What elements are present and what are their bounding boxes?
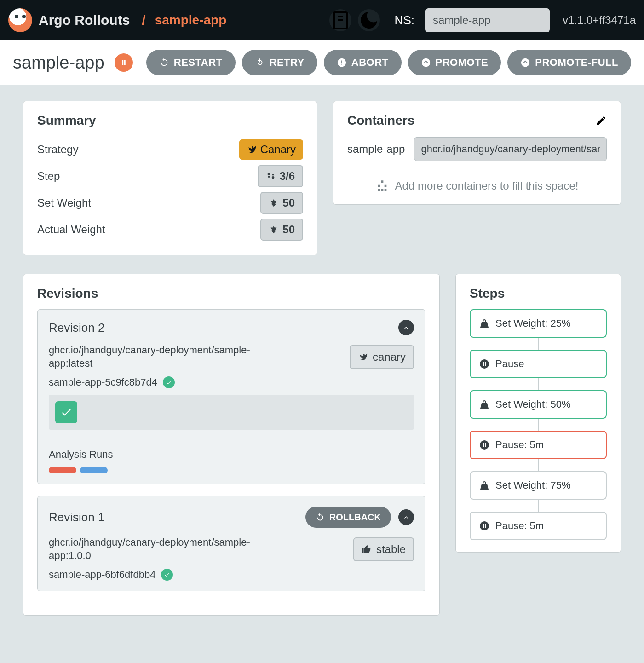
step-item[interactable]: Pause: 5m: [470, 512, 607, 540]
status-ok-icon: [163, 376, 175, 388]
analysis-run-running[interactable]: [80, 467, 108, 473]
edit-containers-button[interactable]: [596, 115, 607, 126]
revision-panel: Revision 1 ROLLBACK ghcr.io/jhandguy/can…: [37, 496, 426, 591]
docs-button[interactable]: [329, 9, 351, 31]
containers-title: Containers: [347, 113, 414, 128]
thumb-icon: [362, 544, 372, 554]
pause-icon: [120, 58, 128, 67]
argo-logo: [8, 8, 32, 32]
pod-strip: [49, 395, 414, 430]
revision-title: Revision 1: [49, 510, 104, 525]
actual-weight-label: Actual Weight: [37, 223, 105, 236]
promote-full-label: PROMOTE-FULL: [535, 57, 618, 69]
strategy-value: Canary: [260, 143, 296, 156]
step-label: Pause: [495, 358, 524, 370]
promote-icon: [421, 58, 431, 68]
svg-rect-4: [124, 60, 125, 65]
abort-button[interactable]: ABORT: [324, 50, 402, 75]
analysis-bars: [49, 467, 414, 473]
restart-button[interactable]: RESTART: [146, 50, 236, 75]
step-label: Pause: 5m: [495, 439, 544, 451]
namespace-input[interactable]: [426, 8, 550, 32]
rollback-button[interactable]: ROLLBACK: [305, 507, 391, 528]
revision-tag-chip: canary: [350, 345, 414, 369]
page-header: sample-app RESTART RETRY ABORT PROMOTE P…: [0, 40, 644, 85]
restart-label: RESTART: [174, 57, 223, 69]
brand-title: Argo Rollouts: [39, 12, 130, 28]
containers-card: Containers sample-app Add more container…: [333, 101, 621, 205]
analysis-runs-title: Analysis Runs: [49, 449, 414, 461]
breadcrumb-separator: /: [142, 12, 145, 28]
book-icon: [329, 9, 351, 31]
weight-icon: [479, 318, 490, 329]
steps-title: Steps: [470, 286, 607, 301]
pause-icon: [479, 439, 490, 450]
theme-toggle[interactable]: [358, 9, 380, 31]
scale-icon: [269, 225, 279, 235]
containers-empty-hint: Add more containers to fill this space!: [347, 179, 607, 192]
analysis-run-failed[interactable]: [49, 467, 76, 473]
actual-weight-value: 50: [282, 223, 295, 236]
steps-icon: [266, 171, 276, 181]
promote-button[interactable]: PROMOTE: [408, 50, 501, 75]
revision-image: ghcr.io/jhandguy/canary-deployment/sampl…: [49, 536, 288, 562]
breadcrumb-app[interactable]: sample-app: [155, 13, 227, 28]
undo-icon: [316, 513, 325, 522]
steps-list: Set Weight: 25%PauseSet Weight: 50%Pause…: [470, 309, 607, 540]
refresh-icon: [159, 58, 169, 68]
containers-hint-text: Add more containers to fill this space!: [395, 179, 579, 192]
revision-tag-chip: stable: [353, 537, 414, 561]
pod-status-ok[interactable]: [55, 401, 77, 423]
status-ok-icon: [161, 569, 173, 581]
retry-icon: [255, 58, 265, 68]
step-label: Step: [37, 170, 60, 183]
step-item[interactable]: Pause: [470, 350, 607, 378]
step-label: Set Weight: 50%: [495, 398, 570, 410]
chevron-up-icon: [402, 513, 410, 521]
revisions-title: Revisions: [37, 286, 426, 301]
step-item[interactable]: Set Weight: 50%: [470, 390, 607, 419]
step-value: 3/6: [280, 170, 295, 183]
retry-button[interactable]: RETRY: [242, 50, 317, 75]
revisions-card: Revisions Revision 2 ghcr.io/jhandguy/ca…: [23, 274, 440, 616]
rollback-label: ROLLBACK: [329, 512, 381, 523]
replicaset-line: sample-app-6bf6dfdbb4: [49, 569, 414, 581]
retry-label: RETRY: [270, 57, 305, 69]
summary-card: Summary Strategy Canary Step 3/6 Set Wei…: [23, 101, 317, 255]
steps-card: Steps Set Weight: 25%PauseSet Weight: 50…: [455, 274, 621, 553]
collapse-button[interactable]: [398, 320, 414, 335]
weight-icon: [479, 480, 490, 491]
replicaset-name: sample-app-6bf6dfdbb4: [49, 569, 155, 581]
revision-tag: canary: [373, 351, 406, 363]
container-image-input[interactable]: [414, 137, 607, 161]
version-text: v1.1.0+ff3471a: [563, 14, 636, 27]
dove-icon: [247, 144, 257, 155]
svg-rect-3: [122, 60, 123, 65]
step-label: Set Weight: 75%: [495, 479, 570, 491]
set-weight-label: Set Weight: [37, 196, 91, 209]
promote-full-button[interactable]: PROMOTE-FULL: [507, 50, 631, 75]
chevron-up-icon: [402, 324, 410, 331]
revision-tag: stable: [376, 543, 406, 556]
step-item[interactable]: Set Weight: 75%: [470, 471, 607, 500]
dove-icon: [358, 352, 368, 362]
set-weight-chip: 50: [260, 192, 303, 214]
container-name: sample-app: [347, 143, 405, 156]
promote-full-icon: [520, 58, 530, 68]
step-connector: [538, 500, 539, 512]
page-title: sample-app: [13, 53, 104, 73]
pencil-icon: [596, 115, 607, 126]
step-label: Pause: 5m: [495, 520, 544, 532]
strategy-chip: Canary: [239, 139, 303, 160]
step-item[interactable]: Set Weight: 25%: [470, 309, 607, 338]
abort-icon: [337, 58, 347, 68]
moon-icon: [358, 9, 380, 31]
abort-label: ABORT: [351, 57, 389, 69]
revision-title: Revision 2: [49, 321, 104, 335]
collapse-button[interactable]: [398, 509, 414, 525]
namespace-label: NS:: [395, 13, 414, 28]
container-row: sample-app: [347, 137, 607, 161]
step-connector: [538, 338, 539, 350]
step-item[interactable]: Pause: 5m: [470, 431, 607, 459]
summary-title: Summary: [37, 113, 303, 128]
